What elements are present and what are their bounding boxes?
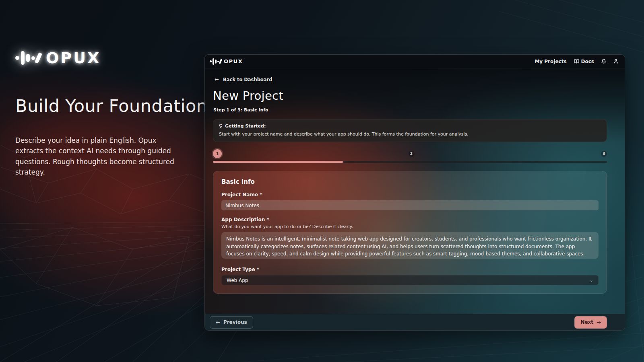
- arrow-right-icon: →: [597, 319, 601, 325]
- user-icon: [613, 59, 618, 64]
- progress-bar-track: [213, 161, 607, 163]
- notifications-button[interactable]: [601, 59, 606, 64]
- opux-logo-icon-small: [210, 58, 221, 65]
- hero-description: Describe your idea in plain English. Opu…: [15, 135, 186, 177]
- previous-button[interactable]: ← Previous: [210, 316, 253, 329]
- nav-my-projects[interactable]: My Projects: [535, 59, 566, 64]
- wizard-footer: ← Previous Next →: [205, 314, 625, 330]
- user-menu-button[interactable]: [613, 59, 618, 64]
- nav-docs-label: Docs: [581, 59, 594, 64]
- step-indicator: Step 1 of 3: Basic Info: [213, 107, 607, 113]
- lightbulb-icon: [219, 124, 223, 129]
- project-name-label: Project Name *: [221, 192, 599, 197]
- app-description-hint: What do you want your app to do or be? D…: [221, 224, 599, 229]
- hero-brand-wordmark: OPUX: [46, 49, 101, 67]
- app-brand-wordmark: OPUX: [224, 58, 243, 64]
- tip-title: Getting Started:: [225, 123, 266, 129]
- top-nav: My Projects Docs: [535, 59, 618, 64]
- book-icon: [574, 59, 579, 64]
- next-button-label: Next: [580, 319, 593, 325]
- project-type-value: Web App: [227, 278, 248, 283]
- hero-panel: OPUX Build Your Foundation Describe your…: [15, 49, 192, 177]
- app-window: OPUX My Projects Docs: [204, 54, 625, 331]
- step-marker-1: 1: [213, 149, 222, 158]
- nav-docs[interactable]: Docs: [574, 59, 594, 64]
- arrow-left-icon: ←: [216, 319, 220, 325]
- app-description-textarea[interactable]: Nimbus Notes is an intelligent, minimali…: [221, 232, 599, 259]
- step-marker-3: 3: [601, 151, 607, 157]
- hero-logo: OPUX: [15, 49, 192, 67]
- progress-bar-fill: [213, 161, 343, 163]
- basic-info-card: Basic Info Project Name * App Descriptio…: [213, 171, 607, 294]
- nav-my-projects-label: My Projects: [535, 59, 566, 64]
- chevron-down-icon: ⌄: [590, 278, 593, 283]
- project-type-label: Project Type *: [221, 267, 599, 272]
- card-title: Basic Info: [221, 178, 599, 185]
- app-top-bar: OPUX My Projects Docs: [205, 55, 625, 68]
- arrow-left-icon: ←: [215, 76, 219, 82]
- step-marker-2: 2: [409, 151, 415, 157]
- progress-section: 1 2 3: [213, 149, 607, 163]
- getting-started-tip: Getting Started: Start with your project…: [213, 119, 607, 142]
- new-project-page: ← Back to Dashboard New Project Step 1 o…: [205, 68, 625, 314]
- hero-title: Build Your Foundation: [15, 96, 192, 116]
- project-type-select[interactable]: Web App ⌄: [221, 275, 599, 285]
- project-name-input[interactable]: [221, 200, 599, 210]
- tip-body: Start with your project name and describ…: [219, 132, 601, 137]
- opux-logo-icon: [15, 51, 40, 65]
- app-description-label: App Description *: [221, 217, 599, 222]
- app-logo[interactable]: OPUX: [210, 58, 243, 65]
- bell-icon: [601, 59, 606, 64]
- previous-button-label: Previous: [223, 319, 247, 325]
- back-to-dashboard-link[interactable]: ← Back to Dashboard: [215, 76, 607, 82]
- next-button[interactable]: Next →: [574, 316, 607, 329]
- back-to-dashboard-label: Back to Dashboard: [223, 77, 272, 82]
- page-title: New Project: [213, 89, 607, 103]
